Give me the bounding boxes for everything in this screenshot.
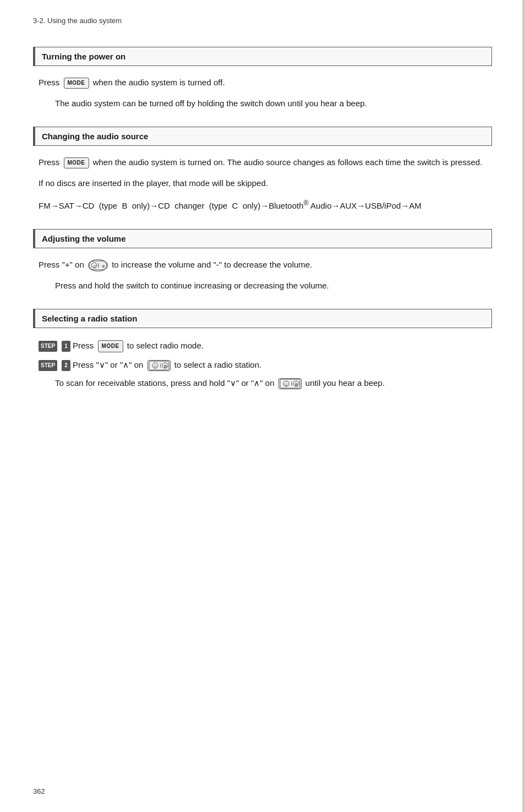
section-body-turning-power: Press MODE when the audio system is turn… (33, 76, 492, 110)
breadcrumb: 3-2. Using the audio system (33, 17, 492, 25)
text-flow: FM→SAT→CD (type B only)→CD changer (type… (39, 201, 422, 210)
section-changing-audio-source: Changing the audio source Press MODE whe… (33, 127, 492, 212)
paragraph-volume-1: Press "+" on ⊙ ⊕ to increase the volume … (39, 258, 486, 271)
mode-button-2: MODE (64, 157, 89, 168)
section-title-radio: Selecting a radio station (42, 314, 137, 323)
section-header-audio-source: Changing the audio source (33, 127, 492, 146)
step-2-text-after: to select a radio station. (174, 360, 261, 369)
text-press-1: Press (39, 78, 62, 87)
text-note-radio-end: until you hear a beep. (305, 378, 385, 388)
text-press-plus: Press "+" on (39, 260, 86, 269)
paragraph-audio-source-flow: FM→SAT→CD (type B only)→CD changer (type… (39, 198, 486, 212)
right-border-decoration (522, 0, 525, 812)
step-1-line: STEP 1 Press MODE to select radio mode. (39, 338, 486, 353)
svg-text:⊗: ⊗ (294, 382, 298, 387)
section-turning-power-on: Turning the power on Press MODE when the… (33, 47, 492, 110)
step-1-text-before: Press (73, 341, 96, 350)
section-title-volume: Adjusting the volume (42, 234, 126, 243)
svg-text:⊗: ⊗ (163, 364, 167, 369)
paragraph-audio-source-2: If no discs are inserted in the player, … (39, 177, 486, 190)
section-selecting-radio: Selecting a radio station STEP 1 Press M… (33, 309, 492, 390)
step-2-line: STEP 2 Press "∨" or "∧" on ☺ ⊗ to selec (39, 357, 486, 372)
step-2-text-middle: "∧" on (120, 360, 146, 369)
section-adjusting-volume: Adjusting the volume Press "+" on ⊙ ⊕ to… (33, 229, 492, 292)
text-note-volume: Press and hold the switch to continue in… (55, 281, 329, 290)
step-badge-2: STEP (39, 360, 57, 371)
section-body-radio: STEP 1 Press MODE to select radio mode. … (33, 338, 492, 390)
text-to-increase: to increase the volume and "-" to decrea… (112, 260, 312, 269)
paragraph-audio-source-1: Press MODE when the audio system is turn… (39, 156, 486, 169)
tune-knob-icon: ☺ ⊗ (147, 360, 171, 371)
text-note-radio: To scan for receivable stations, press a… (55, 378, 277, 388)
or-text: or (110, 360, 117, 369)
section-header-volume: Adjusting the volume (33, 229, 492, 248)
step-1-text-after: to select radio mode. (127, 341, 204, 350)
note-volume: Press and hold the switch to continue in… (39, 279, 486, 292)
tune-knob-icon-2: ☺ ⊗ (278, 378, 302, 389)
step-2-text-before: Press "∨" (73, 360, 110, 369)
text-when-2: when the audio system is turned on. The … (93, 157, 483, 167)
text-when-1: when the audio system is turned off. (93, 78, 225, 87)
note-turning-power: The audio system can be turned off by ho… (39, 97, 486, 110)
volume-knob-icon: ⊙ ⊕ (88, 259, 108, 271)
page-number: 362 (33, 787, 45, 795)
mode-button-3: MODE (98, 340, 123, 352)
text-no-discs: If no discs are inserted in the player, … (39, 178, 268, 188)
note-radio: To scan for receivable stations, press a… (39, 377, 486, 390)
step-num-2: 2 (62, 360, 70, 371)
section-header-radio: Selecting a radio station (33, 309, 492, 328)
section-body-volume: Press "+" on ⊙ ⊕ to increase the volume … (33, 258, 492, 292)
section-title-turning-power: Turning the power on (42, 52, 125, 61)
svg-text:☺: ☺ (284, 382, 288, 387)
paragraph-turning-power-1: Press MODE when the audio system is turn… (39, 76, 486, 89)
text-press-2: Press (39, 157, 62, 167)
step-badge-1: STEP (39, 341, 57, 352)
section-body-audio-source: Press MODE when the audio system is turn… (33, 156, 492, 212)
svg-text:☺: ☺ (152, 364, 157, 369)
mode-button-1: MODE (64, 78, 89, 89)
text-note-1: The audio system can be turned off by ho… (55, 99, 367, 108)
step-num-1: 1 (62, 341, 70, 352)
section-title-audio-source: Changing the audio source (42, 132, 148, 141)
section-header-turning-power: Turning the power on (33, 47, 492, 66)
